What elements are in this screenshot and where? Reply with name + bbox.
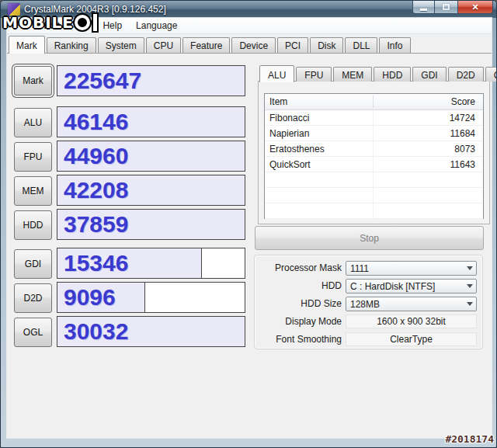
table-row-empty xyxy=(265,203,483,219)
app-window: CrystalMark 2004R3 [0.9.126.452] ✕ File … xyxy=(0,0,497,448)
run-hdd-button[interactable]: HDD xyxy=(14,210,52,240)
menu-edit[interactable]: Edit xyxy=(36,18,67,33)
chevron-down-icon xyxy=(467,266,473,270)
table-row[interactable]: Eratosthenes 8073 xyxy=(265,141,483,157)
run-mark-button[interactable]: Mark xyxy=(14,66,52,96)
display-mode-row: Display Mode 1600 x 900 32bit xyxy=(255,314,482,328)
score-cell: 8073 xyxy=(368,144,483,155)
detail-tab-alu[interactable]: ALU xyxy=(259,65,294,82)
score-value-mark: 225647 xyxy=(64,66,141,96)
tab-info[interactable]: Info xyxy=(379,37,410,53)
processor-mask-label: Processor Mask xyxy=(261,261,342,275)
maximize-icon xyxy=(443,4,450,10)
hdd-label: HDD xyxy=(261,279,342,293)
tab-device[interactable]: Device xyxy=(231,37,276,53)
tab-system[interactable]: System xyxy=(98,37,144,53)
score-value-fpu: 44960 xyxy=(64,141,128,171)
score-value-ogl: 30032 xyxy=(64,317,128,346)
detail-panel: Item Score Fibonacci 14724 Napierian 116… xyxy=(258,81,490,224)
processor-mask-value: 1111 xyxy=(350,263,369,274)
tab-disk[interactable]: Disk xyxy=(310,37,343,53)
score-row-d2d: 9096 xyxy=(57,282,245,313)
detail-tab-d2d[interactable]: D2D xyxy=(448,67,484,82)
item-cell: Napierian xyxy=(265,128,368,139)
tab-feature[interactable]: Feature xyxy=(182,37,230,53)
table-row-empty xyxy=(265,172,483,188)
window-title: CrystalMark 2004R3 [0.9.126.452] xyxy=(24,4,166,15)
score-cell: 11643 xyxy=(368,159,483,170)
display-mode-value: 1600 x 900 32bit xyxy=(346,314,477,328)
table-row[interactable]: Fibonacci 14724 xyxy=(265,110,483,126)
run-gdi-button[interactable]: GDI xyxy=(14,249,52,279)
processor-mask-row: Processor Mask 1111 xyxy=(255,261,482,275)
chevron-down-icon xyxy=(467,302,473,306)
detail-tab-strip: ALU FPU MEM HDD GDI D2D OGL xyxy=(259,64,497,82)
detail-tab-mem[interactable]: MEM xyxy=(333,67,372,82)
close-button[interactable]: ✕ xyxy=(457,1,493,14)
tab-ranking[interactable]: Ranking xyxy=(47,37,96,53)
hdd-row: HDD C : HardDisk [NTFS] xyxy=(255,279,482,293)
detail-tab-fpu[interactable]: FPU xyxy=(296,67,332,82)
minimize-icon xyxy=(420,9,427,11)
run-ogl-button[interactable]: OGL xyxy=(14,318,52,347)
hdd-select[interactable]: C : HardDisk [NTFS] xyxy=(346,279,477,293)
processor-mask-select[interactable]: 1111 xyxy=(346,261,477,276)
run-d2d-button[interactable]: D2D xyxy=(14,283,52,313)
maximize-button[interactable] xyxy=(435,1,457,14)
result-list-header[interactable]: Item Score xyxy=(265,94,483,110)
run-alu-button[interactable]: ALU xyxy=(14,108,52,137)
tab-mark[interactable]: Mark xyxy=(9,36,45,54)
table-row[interactable]: QuickSort 11643 xyxy=(265,157,483,172)
tab-dll[interactable]: DLL xyxy=(345,37,377,53)
score-value-hdd: 37859 xyxy=(64,210,128,239)
score-cell: 11684 xyxy=(368,128,483,139)
font-smoothing-value: ClearType xyxy=(346,332,477,346)
column-header-score[interactable]: Score xyxy=(368,96,483,107)
font-smoothing-label: Font Smoothing xyxy=(261,332,342,346)
settings-group: Processor Mask 1111 HDD C : HardDisk [NT… xyxy=(254,255,483,349)
result-list-body: Fibonacci 14724 Napierian 11684 Eratosth… xyxy=(265,110,483,219)
result-list[interactable]: Item Score Fibonacci 14724 Napierian 116… xyxy=(264,93,484,219)
run-fpu-button[interactable]: FPU xyxy=(14,142,52,172)
client-area: File Edit Tab Help Language Mark Ranking… xyxy=(7,18,492,438)
menu-bar: File Edit Tab Help Language xyxy=(7,18,492,34)
run-mem-button[interactable]: MEM xyxy=(14,176,52,206)
menu-file[interactable]: File xyxy=(8,18,36,33)
hdd-size-select[interactable]: 128MB xyxy=(346,297,477,311)
chevron-down-icon xyxy=(467,284,473,288)
score-value-mem: 42208 xyxy=(64,175,128,205)
score-row-ogl: 30032 xyxy=(57,316,245,347)
table-row-empty xyxy=(265,188,483,203)
main-tab-strip: Mark Ranking System CPU Feature Device P… xyxy=(7,35,492,53)
tab-cpu[interactable]: CPU xyxy=(146,37,181,53)
score-row-mark: 225647 xyxy=(57,65,245,96)
score-row-alu: 46146 xyxy=(57,106,245,137)
close-icon: ✕ xyxy=(471,2,478,12)
item-cell: QuickSort xyxy=(265,159,368,170)
detail-tab-ogl[interactable]: OGL xyxy=(485,67,497,82)
table-row[interactable]: Napierian 11684 xyxy=(265,126,483,141)
tab-pci[interactable]: PCI xyxy=(277,37,308,53)
column-header-item[interactable]: Item xyxy=(265,96,368,107)
app-icon xyxy=(8,3,20,16)
column-gridline xyxy=(373,110,374,219)
minimize-button[interactable] xyxy=(412,1,435,14)
detail-tab-gdi[interactable]: GDI xyxy=(412,67,446,82)
score-row-gdi: 15346 xyxy=(57,248,245,279)
score-row-fpu: 44960 xyxy=(57,141,245,172)
menu-tab[interactable]: Tab xyxy=(67,18,96,33)
item-cell: Fibonacci xyxy=(265,113,368,123)
menu-language[interactable]: Language xyxy=(129,18,184,33)
mark-tab-page: Mark ALU FPU MEM HDD GDI D2D OGL 225647 … xyxy=(7,53,492,438)
score-row-hdd: 37859 xyxy=(57,209,245,240)
menu-help[interactable]: Help xyxy=(96,18,129,33)
caption-buttons: ✕ xyxy=(412,1,493,14)
stop-button[interactable]: Stop xyxy=(255,226,484,250)
hdd-value: C : HardDisk [NTFS] xyxy=(350,281,435,292)
score-value-gdi: 15346 xyxy=(64,248,128,278)
detail-tab-hdd[interactable]: HDD xyxy=(374,67,411,82)
hdd-size-label: HDD Size xyxy=(261,297,342,311)
item-cell: Eratosthenes xyxy=(265,144,368,155)
column-divider[interactable] xyxy=(373,96,374,108)
score-row-mem: 42208 xyxy=(57,175,245,206)
